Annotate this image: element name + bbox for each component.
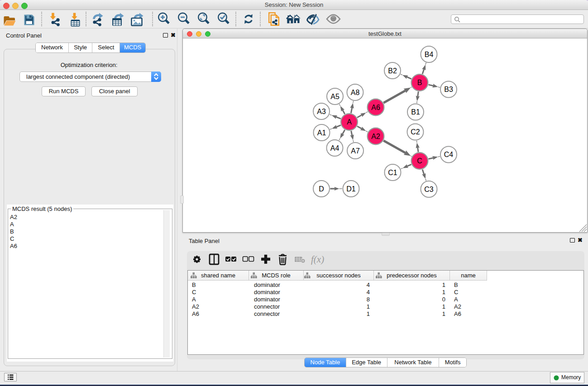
svg-text:D: D [319,185,324,193]
svg-text:C1: C1 [388,169,397,176]
svg-text:B3: B3 [444,86,453,93]
svg-text:f(x): f(x) [311,254,324,265]
svg-text:C3: C3 [424,186,434,193]
svg-text:A3: A3 [317,108,326,115]
svg-text:D1: D1 [346,185,356,193]
svg-text:A4: A4 [330,144,339,152]
svg-text:B: B [417,79,422,86]
svg-text:A: A [347,118,352,126]
svg-text:A2: A2 [371,133,380,140]
svg-text:C4: C4 [444,151,454,158]
svg-text:A8: A8 [351,89,360,96]
svg-text:B2: B2 [388,67,397,75]
svg-text:B4: B4 [425,51,434,58]
svg-text:A7: A7 [351,147,360,155]
svg-text:A5: A5 [330,93,339,100]
svg-text:C: C [417,157,422,165]
svg-text:B1: B1 [411,108,420,116]
svg-text:C2: C2 [411,128,420,136]
svg-text:A1: A1 [317,129,326,137]
svg-text:A6: A6 [371,104,380,111]
